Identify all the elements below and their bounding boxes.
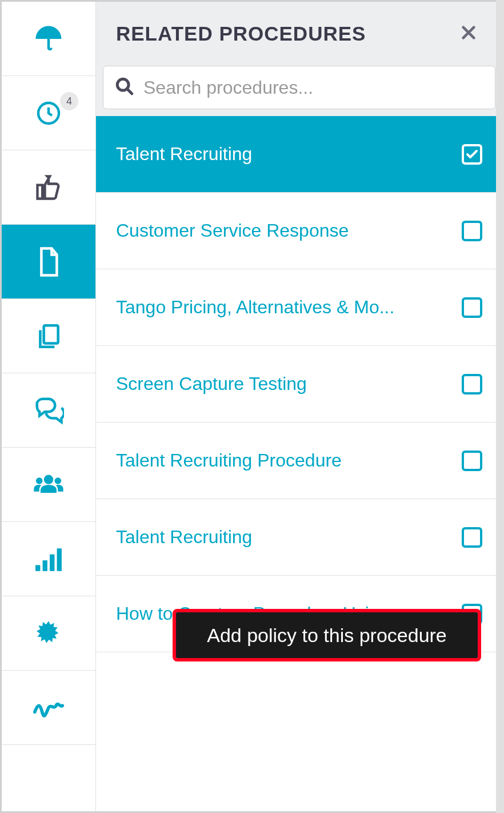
sidebar-item-document[interactable] <box>2 225 95 299</box>
copy-icon <box>34 322 63 350</box>
history-badge: 4 <box>60 92 78 110</box>
panel-header: RELATED PROCEDURES <box>96 2 502 66</box>
procedure-label: Tango Pricing, Alternatives & Mo... <box>116 297 394 318</box>
procedure-item[interactable]: Talent Recruiting <box>96 499 502 576</box>
signal-icon <box>34 547 63 572</box>
svg-rect-5 <box>35 565 40 571</box>
search-input[interactable] <box>143 77 483 98</box>
procedure-checkbox[interactable] <box>462 527 482 548</box>
document-icon <box>36 246 61 277</box>
procedure-label: Talent Recruiting <box>116 527 252 548</box>
panel-title: RELATED PROCEDURES <box>116 22 366 45</box>
svg-rect-6 <box>43 560 47 571</box>
close-icon <box>459 34 478 43</box>
procedure-item[interactable]: Customer Service Response <box>96 193 502 269</box>
procedure-label: Customer Service Response <box>116 220 349 241</box>
sidebar-item-history[interactable]: 4 <box>2 76 95 150</box>
app-container: 4 <box>0 0 504 813</box>
chat-icon <box>33 395 64 426</box>
procedure-item[interactable]: Talent Recruiting Procedure <box>96 423 502 499</box>
svg-rect-7 <box>50 554 54 571</box>
procedure-checkbox[interactable] <box>462 144 482 165</box>
thumbs-up-icon <box>34 173 63 202</box>
search-wrap <box>96 66 502 116</box>
procedure-label: Talent Recruiting Procedure <box>116 450 342 471</box>
tooltip-highlight: Add policy to this procedure <box>173 609 481 661</box>
sidebar-item-users[interactable] <box>2 448 95 522</box>
clock-icon <box>35 99 62 127</box>
procedure-checkbox[interactable] <box>462 451 482 471</box>
tooltip: Add policy to this procedure <box>176 612 478 658</box>
procedure-label: Talent Recruiting <box>116 144 252 165</box>
sidebar-item-umbrella[interactable] <box>2 2 95 76</box>
sidebar-item-signature[interactable] <box>2 671 95 745</box>
umbrella-icon <box>33 23 64 54</box>
svg-point-2 <box>44 475 53 484</box>
svg-point-3 <box>36 477 43 484</box>
procedure-item[interactable]: Screen Capture Testing <box>96 346 502 423</box>
procedure-item[interactable]: Talent Recruiting <box>96 116 502 193</box>
svg-rect-1 <box>44 325 58 343</box>
search-icon <box>115 77 134 98</box>
search-box[interactable] <box>103 66 495 109</box>
procedure-checkbox[interactable] <box>462 297 482 318</box>
procedure-checkbox[interactable] <box>462 221 482 241</box>
sidebar-item-approve[interactable] <box>2 150 95 225</box>
tooltip-text: Add policy to this procedure <box>207 624 447 647</box>
users-icon <box>33 472 65 497</box>
close-button[interactable] <box>455 19 482 49</box>
svg-point-4 <box>55 477 62 484</box>
burst-icon <box>34 619 63 648</box>
svg-rect-8 <box>57 548 62 571</box>
procedure-item[interactable]: Tango Pricing, Alternatives & Mo... <box>96 269 502 346</box>
signature-icon <box>33 698 65 718</box>
main-panel: RELATED PROCEDURES Talent RecruitingCust… <box>96 2 502 811</box>
procedure-checkbox[interactable] <box>462 374 482 394</box>
sidebar-item-chat[interactable] <box>2 373 95 448</box>
sidebar-item-copy[interactable] <box>2 299 95 373</box>
procedure-list: Talent RecruitingCustomer Service Respon… <box>96 116 502 811</box>
sidebar-item-badge[interactable] <box>2 596 95 671</box>
scrollbar-track[interactable] <box>496 0 504 813</box>
sidebar-nav: 4 <box>2 2 96 811</box>
sidebar-item-analytics[interactable] <box>2 522 95 596</box>
procedure-label: Screen Capture Testing <box>116 373 307 394</box>
